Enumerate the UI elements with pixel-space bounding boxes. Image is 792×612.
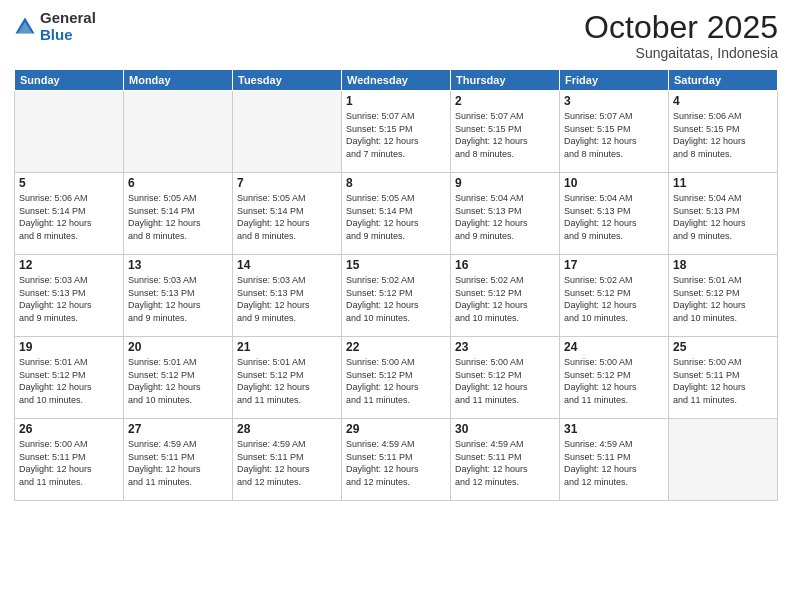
day-info: Sunrise: 5:07 AM Sunset: 5:15 PM Dayligh… <box>564 110 664 160</box>
day-info: Sunrise: 4:59 AM Sunset: 5:11 PM Dayligh… <box>237 438 337 488</box>
table-row: 21Sunrise: 5:01 AM Sunset: 5:12 PM Dayli… <box>233 337 342 419</box>
table-row: 29Sunrise: 4:59 AM Sunset: 5:11 PM Dayli… <box>342 419 451 501</box>
day-number: 23 <box>455 340 555 354</box>
day-info: Sunrise: 5:06 AM Sunset: 5:14 PM Dayligh… <box>19 192 119 242</box>
day-number: 27 <box>128 422 228 436</box>
day-info: Sunrise: 5:02 AM Sunset: 5:12 PM Dayligh… <box>346 274 446 324</box>
day-info: Sunrise: 5:00 AM Sunset: 5:12 PM Dayligh… <box>564 356 664 406</box>
day-number: 25 <box>673 340 773 354</box>
day-number: 4 <box>673 94 773 108</box>
day-number: 1 <box>346 94 446 108</box>
table-row: 12Sunrise: 5:03 AM Sunset: 5:13 PM Dayli… <box>15 255 124 337</box>
day-info: Sunrise: 5:01 AM Sunset: 5:12 PM Dayligh… <box>673 274 773 324</box>
table-row <box>669 419 778 501</box>
col-friday: Friday <box>560 70 669 91</box>
page-header: General Blue October 2025 Sungaitatas, I… <box>14 10 778 61</box>
month-title: October 2025 <box>584 10 778 45</box>
table-row: 28Sunrise: 4:59 AM Sunset: 5:11 PM Dayli… <box>233 419 342 501</box>
day-info: Sunrise: 4:59 AM Sunset: 5:11 PM Dayligh… <box>128 438 228 488</box>
table-row: 23Sunrise: 5:00 AM Sunset: 5:12 PM Dayli… <box>451 337 560 419</box>
day-info: Sunrise: 5:04 AM Sunset: 5:13 PM Dayligh… <box>564 192 664 242</box>
day-number: 14 <box>237 258 337 272</box>
table-row: 20Sunrise: 5:01 AM Sunset: 5:12 PM Dayli… <box>124 337 233 419</box>
day-number: 21 <box>237 340 337 354</box>
table-row: 14Sunrise: 5:03 AM Sunset: 5:13 PM Dayli… <box>233 255 342 337</box>
page-container: General Blue October 2025 Sungaitatas, I… <box>0 0 792 612</box>
day-info: Sunrise: 4:59 AM Sunset: 5:11 PM Dayligh… <box>455 438 555 488</box>
day-info: Sunrise: 4:59 AM Sunset: 5:11 PM Dayligh… <box>346 438 446 488</box>
day-info: Sunrise: 5:05 AM Sunset: 5:14 PM Dayligh… <box>237 192 337 242</box>
table-row: 26Sunrise: 5:00 AM Sunset: 5:11 PM Dayli… <box>15 419 124 501</box>
calendar-table: Sunday Monday Tuesday Wednesday Thursday… <box>14 69 778 501</box>
calendar-week-row: 19Sunrise: 5:01 AM Sunset: 5:12 PM Dayli… <box>15 337 778 419</box>
day-number: 12 <box>19 258 119 272</box>
day-number: 3 <box>564 94 664 108</box>
table-row: 15Sunrise: 5:02 AM Sunset: 5:12 PM Dayli… <box>342 255 451 337</box>
table-row: 17Sunrise: 5:02 AM Sunset: 5:12 PM Dayli… <box>560 255 669 337</box>
table-row: 7Sunrise: 5:05 AM Sunset: 5:14 PM Daylig… <box>233 173 342 255</box>
col-tuesday: Tuesday <box>233 70 342 91</box>
day-number: 5 <box>19 176 119 190</box>
day-info: Sunrise: 5:01 AM Sunset: 5:12 PM Dayligh… <box>237 356 337 406</box>
logo-blue-text: Blue <box>40 27 96 44</box>
day-number: 26 <box>19 422 119 436</box>
day-number: 2 <box>455 94 555 108</box>
day-info: Sunrise: 5:00 AM Sunset: 5:12 PM Dayligh… <box>346 356 446 406</box>
table-row: 4Sunrise: 5:06 AM Sunset: 5:15 PM Daylig… <box>669 91 778 173</box>
logo-text: General Blue <box>40 10 96 43</box>
day-number: 17 <box>564 258 664 272</box>
day-number: 15 <box>346 258 446 272</box>
day-number: 8 <box>346 176 446 190</box>
day-number: 22 <box>346 340 446 354</box>
day-info: Sunrise: 5:07 AM Sunset: 5:15 PM Dayligh… <box>346 110 446 160</box>
logo-general-text: General <box>40 10 96 27</box>
table-row <box>15 91 124 173</box>
day-number: 7 <box>237 176 337 190</box>
logo-icon <box>14 16 36 38</box>
location-subtitle: Sungaitatas, Indonesia <box>584 45 778 61</box>
day-number: 24 <box>564 340 664 354</box>
day-info: Sunrise: 5:00 AM Sunset: 5:11 PM Dayligh… <box>673 356 773 406</box>
day-info: Sunrise: 5:00 AM Sunset: 5:12 PM Dayligh… <box>455 356 555 406</box>
table-row <box>124 91 233 173</box>
table-row: 24Sunrise: 5:00 AM Sunset: 5:12 PM Dayli… <box>560 337 669 419</box>
day-number: 30 <box>455 422 555 436</box>
table-row: 5Sunrise: 5:06 AM Sunset: 5:14 PM Daylig… <box>15 173 124 255</box>
day-number: 29 <box>346 422 446 436</box>
day-number: 19 <box>19 340 119 354</box>
table-row: 9Sunrise: 5:04 AM Sunset: 5:13 PM Daylig… <box>451 173 560 255</box>
logo: General Blue <box>14 10 96 43</box>
day-number: 6 <box>128 176 228 190</box>
day-info: Sunrise: 5:02 AM Sunset: 5:12 PM Dayligh… <box>564 274 664 324</box>
table-row: 13Sunrise: 5:03 AM Sunset: 5:13 PM Dayli… <box>124 255 233 337</box>
calendar-week-row: 26Sunrise: 5:00 AM Sunset: 5:11 PM Dayli… <box>15 419 778 501</box>
table-row: 30Sunrise: 4:59 AM Sunset: 5:11 PM Dayli… <box>451 419 560 501</box>
calendar-week-row: 12Sunrise: 5:03 AM Sunset: 5:13 PM Dayli… <box>15 255 778 337</box>
day-info: Sunrise: 5:00 AM Sunset: 5:11 PM Dayligh… <box>19 438 119 488</box>
day-info: Sunrise: 5:04 AM Sunset: 5:13 PM Dayligh… <box>673 192 773 242</box>
table-row: 8Sunrise: 5:05 AM Sunset: 5:14 PM Daylig… <box>342 173 451 255</box>
col-sunday: Sunday <box>15 70 124 91</box>
day-number: 28 <box>237 422 337 436</box>
col-thursday: Thursday <box>451 70 560 91</box>
day-info: Sunrise: 5:03 AM Sunset: 5:13 PM Dayligh… <box>19 274 119 324</box>
day-number: 13 <box>128 258 228 272</box>
day-number: 10 <box>564 176 664 190</box>
title-block: October 2025 Sungaitatas, Indonesia <box>584 10 778 61</box>
col-monday: Monday <box>124 70 233 91</box>
table-row <box>233 91 342 173</box>
day-number: 18 <box>673 258 773 272</box>
day-info: Sunrise: 5:06 AM Sunset: 5:15 PM Dayligh… <box>673 110 773 160</box>
table-row: 31Sunrise: 4:59 AM Sunset: 5:11 PM Dayli… <box>560 419 669 501</box>
calendar-week-row: 5Sunrise: 5:06 AM Sunset: 5:14 PM Daylig… <box>15 173 778 255</box>
table-row: 11Sunrise: 5:04 AM Sunset: 5:13 PM Dayli… <box>669 173 778 255</box>
calendar-week-row: 1Sunrise: 5:07 AM Sunset: 5:15 PM Daylig… <box>15 91 778 173</box>
day-info: Sunrise: 5:07 AM Sunset: 5:15 PM Dayligh… <box>455 110 555 160</box>
table-row: 1Sunrise: 5:07 AM Sunset: 5:15 PM Daylig… <box>342 91 451 173</box>
day-info: Sunrise: 5:03 AM Sunset: 5:13 PM Dayligh… <box>237 274 337 324</box>
day-number: 16 <box>455 258 555 272</box>
table-row: 6Sunrise: 5:05 AM Sunset: 5:14 PM Daylig… <box>124 173 233 255</box>
day-info: Sunrise: 5:02 AM Sunset: 5:12 PM Dayligh… <box>455 274 555 324</box>
day-info: Sunrise: 5:04 AM Sunset: 5:13 PM Dayligh… <box>455 192 555 242</box>
table-row: 25Sunrise: 5:00 AM Sunset: 5:11 PM Dayli… <box>669 337 778 419</box>
